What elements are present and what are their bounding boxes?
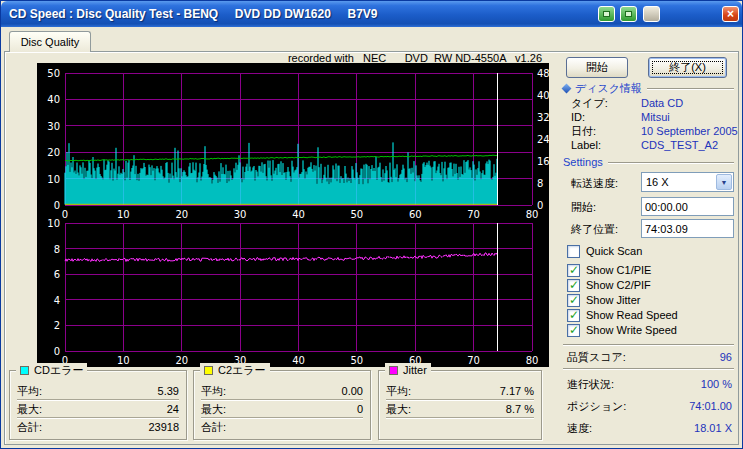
exit-button[interactable]: 終了(X): [648, 57, 727, 78]
c1-color-swatch: [20, 366, 29, 375]
speed-label-status: 速度:: [567, 422, 592, 435]
legend-box-c2-errors: C2エラー 平均:0.00 最大:0 合計:: [193, 370, 371, 440]
svg-text:0: 0: [537, 200, 543, 211]
disc-label-row: Label:CDS_TEST_A2: [571, 139, 736, 152]
legend-row: 平均:0.00: [201, 382, 363, 400]
svg-text:80: 80: [526, 355, 539, 366]
svg-text:30: 30: [47, 121, 60, 132]
check-icon: ✓: [569, 293, 579, 307]
disc-create-icon[interactable]: [620, 6, 637, 22]
svg-text:6: 6: [54, 269, 60, 280]
svg-text:10: 10: [117, 355, 130, 366]
c2-color-swatch: [204, 366, 213, 375]
svg-text:40: 40: [292, 355, 305, 366]
checkbox-box[interactable]: ✓: [567, 245, 580, 258]
svg-text:50: 50: [351, 209, 364, 220]
speed-label: 転送速度:: [571, 177, 618, 190]
svg-text:20: 20: [175, 355, 188, 366]
checkbox-show-read-speed[interactable]: ✓ Show Read Speed: [567, 308, 678, 322]
checkbox-box[interactable]: ✓: [567, 294, 580, 307]
checkbox-quick-scan[interactable]: ✓ Quick Scan: [567, 244, 642, 258]
chevron-down-icon[interactable]: ▼: [716, 174, 732, 190]
legend-row: 最大:24: [17, 400, 179, 418]
svg-text:60: 60: [409, 209, 422, 220]
svg-text:8: 8: [54, 244, 60, 255]
svg-text:70: 70: [467, 209, 480, 220]
settings-header: Settings: [563, 156, 734, 168]
svg-text:40: 40: [537, 90, 549, 101]
start-pos-input[interactable]: [641, 197, 734, 216]
svg-text:48: 48: [537, 68, 549, 79]
chart-panel: 0102030405060708001020304050081624324048…: [37, 63, 549, 367]
legend-row: 平均:5.39: [17, 382, 179, 400]
checkbox-box[interactable]: ✓: [567, 309, 580, 322]
legend-row: 最大:0: [201, 400, 363, 418]
tab-disc-quality[interactable]: Disc Quality: [9, 31, 91, 52]
disc-copy-glyph: [603, 11, 610, 17]
checkbox-box[interactable]: ✓: [567, 279, 580, 292]
check-icon: ✓: [569, 323, 579, 337]
checkbox-show-c2-pif[interactable]: ✓ Show C2/PIF: [567, 278, 651, 292]
progress-value: 100 %: [701, 378, 732, 391]
svg-text:20: 20: [47, 147, 60, 158]
legend-row: 平均:7.17 %: [386, 382, 534, 400]
legend-title: CDエラー: [34, 363, 83, 377]
start-button[interactable]: 開始: [566, 57, 628, 78]
separator: [563, 368, 734, 369]
disc-copy-icon[interactable]: [598, 6, 615, 22]
separator: [563, 344, 734, 345]
legend-row: 合計:: [201, 418, 363, 436]
close-button[interactable]: ×: [722, 6, 739, 22]
svg-text:0: 0: [54, 346, 60, 357]
svg-text:50: 50: [351, 355, 364, 366]
disc-id-row: ID:Mitsui: [571, 111, 736, 124]
end-pos-label: 終了位置:: [571, 223, 618, 236]
legend-row: [386, 418, 534, 436]
disc-create-glyph: [625, 11, 632, 17]
legend-row: 最大:8.7 %: [386, 400, 534, 418]
checkbox-show-write-speed[interactable]: ✓ Show Write Speed: [567, 323, 677, 337]
checkbox-show-c1-pie[interactable]: ✓ Show C1/PIE: [567, 263, 651, 277]
start-pos-label: 開始:: [571, 201, 596, 214]
checkbox-show-jitter[interactable]: ✓ Show Jitter: [567, 293, 640, 307]
position-value: 74:01.00: [689, 400, 732, 413]
speed-value-status: 18.01 X: [694, 422, 732, 435]
end-pos-input[interactable]: [641, 219, 734, 238]
quality-score-value: 96: [720, 351, 732, 364]
svg-text:24: 24: [537, 134, 549, 145]
speed-select[interactable]: 16 X ▼: [641, 172, 734, 192]
svg-text:8: 8: [537, 178, 543, 189]
progress-label: 進行状況:: [567, 378, 614, 391]
svg-text:50: 50: [47, 68, 60, 79]
check-icon: ✓: [569, 308, 579, 322]
checkbox-box[interactable]: ✓: [567, 264, 580, 277]
svg-text:40: 40: [47, 94, 60, 105]
check-icon: ✓: [569, 263, 579, 277]
svg-text:32: 32: [537, 112, 549, 123]
checkbox-box[interactable]: ✓: [567, 324, 580, 337]
svg-text:20: 20: [175, 209, 188, 220]
svg-text:70: 70: [467, 355, 480, 366]
svg-text:10: 10: [117, 209, 130, 220]
titlebar: CD Speed : Disc Quality Test - BENQ DVD …: [1, 1, 742, 27]
quality-charts: 0102030405060708001020304050081624324048…: [37, 63, 549, 367]
legend-title: C2エラー: [218, 363, 266, 377]
disc-info-header: ディスク情報: [563, 82, 734, 94]
jitter-color-swatch: [389, 366, 398, 375]
app-window: CD Speed : Disc Quality Test - BENQ DVD …: [0, 0, 743, 449]
svg-text:0: 0: [62, 209, 68, 220]
svg-text:40: 40: [292, 209, 305, 220]
legend-title: Jitter: [403, 363, 427, 377]
quality-score-label: 品質スコア:: [567, 351, 626, 364]
minimize-button[interactable]: [643, 6, 660, 22]
svg-text:0: 0: [54, 200, 60, 211]
svg-text:10: 10: [47, 174, 60, 185]
disc-info-icon: [562, 83, 572, 93]
legend-box-jitter: Jitter 平均:7.17 % 最大:8.7 %: [378, 370, 542, 440]
window-title: CD Speed : Disc Quality Test - BENQ DVD …: [9, 1, 378, 27]
position-label: ポジション:: [567, 400, 626, 413]
legend-box-cd-errors: CDエラー 平均:5.39 最大:24 合計:23918: [9, 370, 187, 440]
legend-row: 合計:23918: [17, 418, 179, 436]
svg-text:4: 4: [54, 295, 60, 306]
disc-type-row: タイプ:Data CD: [571, 97, 736, 110]
